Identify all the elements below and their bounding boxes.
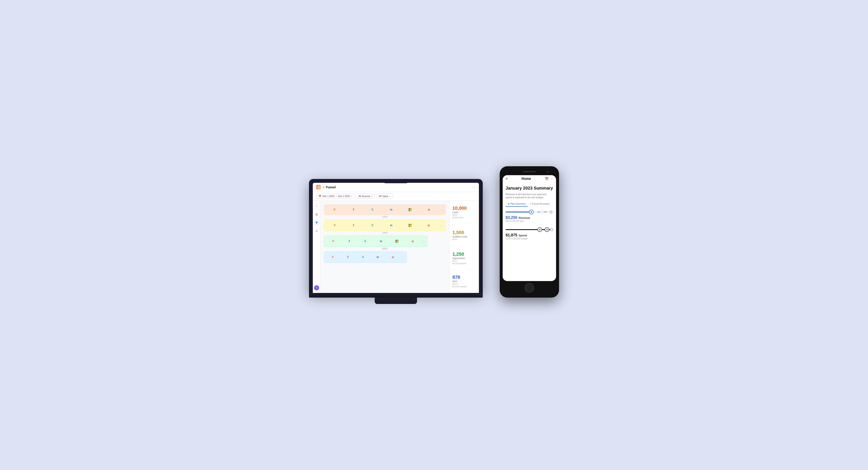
channel-instagram-leads[interactable]: ⊕ xyxy=(420,206,438,213)
funnel-bar-opportunities: G f 𝕏 in xyxy=(324,236,428,247)
stat-opps-number: 1,250 xyxy=(453,251,476,257)
channel-instagram-wins[interactable]: ⊕ xyxy=(386,253,400,261)
sidebar-item-settings[interactable]: ⚙ xyxy=(314,229,319,234)
channel-linkedin-qualified[interactable]: in xyxy=(382,222,400,229)
channel-linkedin-opps[interactable]: in xyxy=(373,237,389,245)
sidebar-item-funnel[interactable] xyxy=(314,220,319,225)
types-button[interactable]: All Types ▾ xyxy=(376,194,393,199)
svg-point-0 xyxy=(317,186,320,189)
funnel-content: G f 𝕏 in xyxy=(320,201,449,293)
spend-thumb-goal[interactable] xyxy=(550,228,553,231)
facebook-icon-q: f xyxy=(353,224,354,227)
channel-twitter-qualified[interactable]: 𝕏 xyxy=(363,222,381,229)
channel-facebook-opps[interactable]: f xyxy=(342,237,357,245)
revenue-tracker: $3,250 Revenue 86% to $4,100 goal xyxy=(506,209,553,222)
stats-panel: 10,000 Leads $3.59 $3,600 spent 1,500 Qu… xyxy=(449,201,479,293)
svg-rect-2 xyxy=(539,229,540,229)
google-icon: G xyxy=(334,208,336,211)
stat-wins-sub2: $34,500 revenue xyxy=(453,286,476,288)
revenue-info: $3,250 Revenue 86% to $4,100 goal xyxy=(506,215,553,222)
channel-google-opps[interactable]: G xyxy=(326,237,341,245)
spend-slider xyxy=(506,229,553,230)
facebook-icon: f xyxy=(353,208,354,211)
channel-twitter-wins[interactable]: 𝕏 xyxy=(355,253,370,261)
linkedin-icon: in xyxy=(390,208,393,211)
linkedin-icon-o: in xyxy=(380,240,382,243)
spend-thumb-target[interactable] xyxy=(545,227,549,232)
funnel-bar-qualified: G f 𝕏 in xyxy=(324,220,446,231)
app-sidebar: ⌂ ▦ ⚙ R xyxy=(313,201,320,293)
tab-funnel-summary[interactable]: ≡ Funnel Summary xyxy=(528,201,552,207)
google-icon-q: G xyxy=(334,224,336,227)
app-header-left: ≡ Funnel xyxy=(316,185,336,190)
divider xyxy=(506,224,553,225)
channel-google-leads[interactable]: G xyxy=(326,206,344,213)
phone-more-icon[interactable]: ··· xyxy=(551,177,553,180)
channel-google-qualified[interactable]: G xyxy=(326,222,344,229)
stat-wins: 876 Wins $10.43 $34,500 revenue xyxy=(450,270,479,293)
revenue-thumb-goal[interactable] xyxy=(549,210,553,214)
phone-menu-icon[interactable]: ≡ xyxy=(506,177,507,181)
linkedin-icon-q: in xyxy=(390,224,393,227)
funnel-pct-qualified: 100% xyxy=(324,231,446,235)
instagram-icon: ⊕ xyxy=(428,208,430,211)
channel-more-opps[interactable]: ··· xyxy=(421,237,426,245)
date-range-button[interactable]: 📅 Nov 1 2022 → Nov 1 2022 ▾ xyxy=(316,194,354,199)
channel-microsoft-opps[interactable] xyxy=(389,237,405,245)
channel-facebook-wins[interactable]: f xyxy=(341,253,355,261)
channel-linkedin-wins[interactable]: in xyxy=(371,253,385,261)
channel-microsoft-leads[interactable] xyxy=(401,206,419,213)
stat-leads-sub2: $3,600 spent xyxy=(453,216,476,219)
google-icon-o: G xyxy=(332,240,334,243)
channel-microsoft-qualified[interactable] xyxy=(401,222,419,229)
funnel-bar-leads: G f 𝕏 in xyxy=(324,204,446,215)
channel-facebook-qualified[interactable]: f xyxy=(345,222,363,229)
sidebar-item-home[interactable]: ⌂ xyxy=(314,203,319,208)
user-avatar[interactable]: R xyxy=(314,285,319,291)
channel-instagram-opps[interactable]: ⊕ xyxy=(405,237,421,245)
phone-body: ≡ Home 📅 ··· January 2023 Summary Revenu… xyxy=(500,166,559,298)
phone-home-button[interactable] xyxy=(525,283,534,293)
sources-button[interactable]: All Sources ▾ xyxy=(356,194,375,199)
channel-twitter-opps[interactable]: 𝕏 xyxy=(358,237,373,245)
spend-tracker: $1,875 Spend 132% to $2,800 budget xyxy=(506,227,553,240)
channel-linkedin-leads[interactable]: in xyxy=(382,206,400,213)
sources-label: All Sources xyxy=(359,195,370,197)
phone-summary-title: January 2023 Summary xyxy=(506,186,553,191)
phone-header: ≡ Home 📅 ··· xyxy=(503,175,556,182)
revenue-thumb-current[interactable] xyxy=(529,210,534,214)
stat-wins-label: Wins xyxy=(453,280,476,282)
revenue-label: Revenue xyxy=(519,216,530,220)
funnel-pct-leads: 100% xyxy=(324,215,446,219)
channel-facebook-leads[interactable]: f xyxy=(344,206,363,213)
tab-plan-summary[interactable]: ⊞ Plan Summary xyxy=(506,201,528,207)
instagram-icon-q: ⊕ xyxy=(428,224,430,227)
types-label: All Types xyxy=(379,195,388,197)
phone-calendar-icon[interactable]: 📅 xyxy=(545,177,549,180)
channel-instagram-qualified[interactable]: ⊕ xyxy=(420,222,438,229)
tab-funnel-summary-label: Funnel Summary xyxy=(532,202,550,205)
funnel-summary-icon: ≡ xyxy=(530,203,531,205)
channel-more-leads[interactable]: ··· xyxy=(439,206,444,213)
facebook-icon-o: f xyxy=(349,240,350,243)
spend-label: Spend xyxy=(519,234,527,237)
stat-leads-number: 10,000 xyxy=(453,206,476,211)
revenue-thumb-target[interactable] xyxy=(540,210,544,214)
stat-leads: 10,000 Leads $3.59 $3,600 spent xyxy=(450,201,479,224)
more-options-icon[interactable]: ··· xyxy=(473,185,475,189)
app-logo xyxy=(316,185,321,190)
sidebar-item-charts[interactable]: ▦ xyxy=(314,212,319,217)
menu-icon[interactable]: ≡ xyxy=(322,186,324,189)
laptop-device: ≡ Funnel ··· 📅 Nov 1 2022 → Nov 1 2022 ▾… xyxy=(309,179,483,304)
laptop-base xyxy=(309,293,483,298)
stat-leads-label: Leads xyxy=(453,211,476,213)
spend-thumb-current[interactable] xyxy=(537,227,542,232)
channel-more-wins[interactable]: ··· xyxy=(401,253,405,261)
facebook-icon-w: f xyxy=(347,256,348,259)
microsoft-icon-q xyxy=(409,224,411,227)
channel-twitter-leads[interactable]: 𝕏 xyxy=(363,206,381,213)
funnel-bar-wins: G f 𝕏 in xyxy=(324,251,407,263)
channel-more-qualified[interactable]: ··· xyxy=(438,222,444,229)
channel-google-wins[interactable]: G xyxy=(326,253,340,261)
svg-point-1 xyxy=(531,211,532,213)
